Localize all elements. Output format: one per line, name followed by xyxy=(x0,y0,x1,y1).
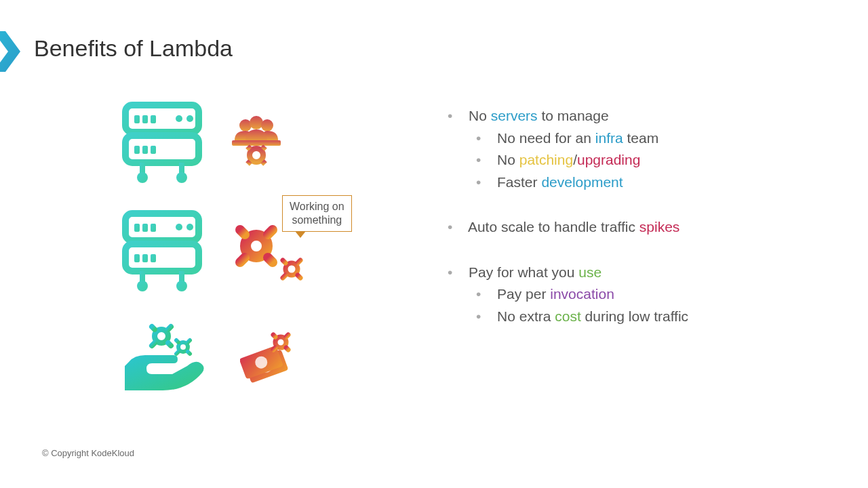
bullet-no-extra-cost: No extra cost during low traffic xyxy=(476,306,827,328)
svg-line-50 xyxy=(268,258,273,262)
svg-point-34 xyxy=(186,224,193,230)
bullet-pay-per-invocation: Pay per invocation xyxy=(476,283,827,306)
svg-line-66 xyxy=(168,327,171,329)
svg-point-42 xyxy=(245,235,267,257)
svg-line-77 xyxy=(188,352,190,354)
svg-line-74 xyxy=(176,340,178,342)
text: No xyxy=(497,152,519,167)
text: Auto scale to handle traffic xyxy=(468,219,639,235)
server-rack-icon xyxy=(122,102,202,183)
svg-line-25 xyxy=(262,146,265,149)
highlight: spikes xyxy=(639,219,680,235)
svg-rect-5 xyxy=(151,115,156,123)
row-autoscale: Working onsomething xyxy=(122,210,407,291)
bullet-development: Faster development xyxy=(476,171,827,194)
svg-point-6 xyxy=(176,115,182,122)
bullet-list: No servers to manage No need for an infr… xyxy=(448,105,827,327)
graphic-column: Working onsomething xyxy=(122,102,407,420)
text: to manage xyxy=(538,108,609,123)
copyright-footer: © Copyright KodeKloud xyxy=(42,448,134,458)
svg-line-67 xyxy=(152,343,155,346)
svg-rect-37 xyxy=(151,254,156,262)
highlight: infra xyxy=(595,130,623,146)
bullet-infra-team: No need for an infra team xyxy=(476,127,827,150)
svg-line-76 xyxy=(176,352,178,354)
svg-line-26 xyxy=(248,161,250,164)
svg-line-90 xyxy=(286,348,288,350)
svg-line-89 xyxy=(273,348,275,350)
svg-line-87 xyxy=(273,335,275,337)
svg-line-58 xyxy=(283,275,285,278)
svg-line-75 xyxy=(188,340,190,342)
svg-rect-31 xyxy=(142,224,148,232)
svg-rect-8 xyxy=(134,146,140,154)
svg-rect-9 xyxy=(142,146,148,154)
svg-point-19 xyxy=(250,148,263,162)
svg-point-17 xyxy=(261,119,273,131)
svg-rect-36 xyxy=(142,254,148,262)
text: Pay per xyxy=(497,286,550,302)
text: Faster xyxy=(497,174,541,190)
text: during low traffic xyxy=(581,308,688,324)
svg-line-49 xyxy=(240,258,245,262)
svg-point-7 xyxy=(186,115,193,122)
bullet-autoscale: Auto scale to handle traffic spikes xyxy=(448,216,827,239)
highlight: upgrading xyxy=(577,152,640,167)
highlight: use xyxy=(578,264,601,280)
text: No need for an xyxy=(497,130,595,146)
svg-rect-10 xyxy=(151,146,156,154)
row-pay-for-use xyxy=(122,319,407,393)
highlight: cost xyxy=(555,308,581,324)
hand-gears-icon xyxy=(122,319,209,393)
server-rack-icon xyxy=(122,210,202,291)
svg-rect-35 xyxy=(134,254,140,262)
svg-point-14 xyxy=(176,172,187,183)
svg-line-48 xyxy=(268,230,273,235)
svg-line-27 xyxy=(262,161,265,164)
svg-line-65 xyxy=(152,327,155,329)
highlight: invocation xyxy=(550,286,614,302)
row-no-servers xyxy=(122,102,407,183)
svg-rect-4 xyxy=(142,115,148,123)
svg-rect-30 xyxy=(134,224,140,232)
svg-point-12 xyxy=(137,172,148,183)
text: No xyxy=(469,108,491,123)
highlight: servers xyxy=(491,108,538,123)
corner-chevron-icon xyxy=(0,31,20,75)
slide-title: Benefits of Lambda xyxy=(34,35,233,62)
svg-marker-0 xyxy=(0,31,20,72)
team-gear-icon xyxy=(229,116,283,169)
text: No extra xyxy=(497,308,555,324)
svg-line-68 xyxy=(168,343,171,346)
svg-line-88 xyxy=(286,335,288,337)
bullet-no-servers: No servers to manage xyxy=(448,105,827,127)
svg-point-60 xyxy=(155,329,168,343)
svg-point-33 xyxy=(176,224,182,230)
highlight: development xyxy=(541,174,623,190)
bullet-pay-for-use: Pay for what you use xyxy=(448,262,827,284)
svg-line-24 xyxy=(248,146,250,149)
speech-text: Working onsomething xyxy=(290,201,344,226)
svg-rect-32 xyxy=(151,224,156,232)
svg-point-39 xyxy=(137,281,148,291)
svg-line-47 xyxy=(240,230,245,235)
svg-line-56 xyxy=(283,260,285,263)
svg-line-59 xyxy=(298,275,300,278)
money-gear-icon xyxy=(240,329,297,383)
svg-point-41 xyxy=(176,281,187,291)
bullet-patching: No patching/upgrading xyxy=(476,149,827,171)
text: Pay for what you xyxy=(469,264,578,280)
speech-bubble: Working onsomething xyxy=(282,195,352,232)
text: team xyxy=(623,130,659,146)
highlight: patching xyxy=(519,152,573,167)
svg-rect-3 xyxy=(134,115,140,123)
svg-point-51 xyxy=(285,263,298,275)
svg-point-16 xyxy=(250,116,263,129)
svg-line-57 xyxy=(298,260,300,263)
